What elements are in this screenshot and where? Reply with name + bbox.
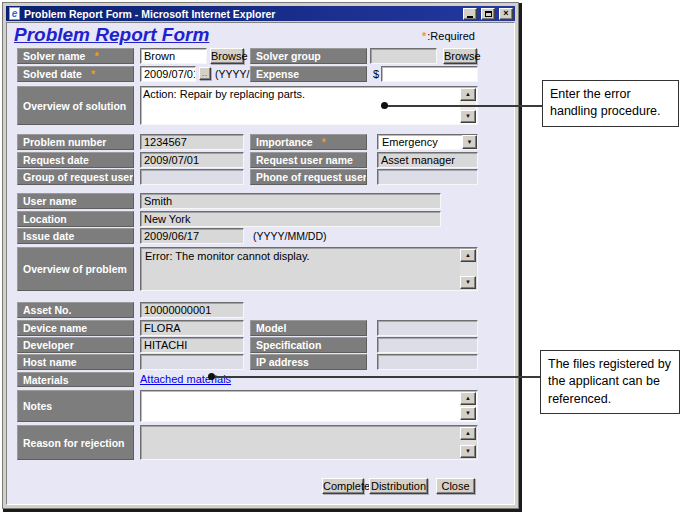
svg-text:e: e [12,8,18,19]
scroll-down-icon[interactable]: ▼ [460,445,476,458]
solver-group-browse-button[interactable]: Browse [443,48,477,64]
row-request-date: Request date 2009/07/01 Request user nam… [7,152,514,168]
window-title: Problem Report Form - Microsoft Internet… [24,8,459,20]
importance-select[interactable]: Emergency ▼ [377,134,478,150]
row-reason-for-rejection: Reason for rejection ▲ ▼ [7,425,514,460]
specification-label: Specification [250,337,367,353]
scrollbar[interactable]: ▲ ▼ [460,427,476,458]
location-label: Location [17,211,134,227]
phone-of-request-user-field [377,169,478,185]
model-label: Model [250,320,367,336]
row-problem-number: Problem number 1234567 Importance* Emerg… [7,134,514,150]
chevron-down-icon[interactable]: ▼ [462,135,477,149]
notes-text[interactable] [143,392,458,419]
expense-input[interactable] [381,66,478,82]
request-user-name-label: Request user name [250,152,367,168]
currency-symbol: $ [373,68,379,80]
row-developer: Developer HITACHI Specification [7,337,514,353]
request-user-name-field: Asset manager [377,152,478,168]
row-group-of-request-user: Group of request user Phone of request u… [7,169,514,185]
solved-date-label: Solved date* [17,66,134,82]
solver-group-field [370,48,437,64]
close-icon: × [503,9,508,18]
minimize-icon [467,16,473,18]
close-button[interactable]: × [499,8,513,20]
page-title: Problem Report Form [14,24,209,46]
ip-address-label: IP address [250,354,367,370]
issue-date-field: 2009/06/17 [140,228,244,244]
required-note: *:Required [422,30,475,42]
scrollbar[interactable]: ▲ ▼ [460,249,476,289]
host-name-label: Host name [17,354,134,370]
problem-number-field: 1234567 [140,134,244,150]
callout-dot [381,102,388,109]
notes-textarea[interactable]: ▲ ▼ [140,390,478,422]
date-picker-icon: .. [202,70,208,77]
materials-label: Materials [17,372,134,387]
row-action-buttons: Complete Distribution Close [7,478,514,495]
overview-problem-label: Overview of problem [17,247,134,291]
maximize-button[interactable] [481,8,495,20]
callout-line [212,376,540,378]
row-overview-problem: Overview of problem Error: The monitor c… [7,247,514,291]
solver-name-input[interactable] [140,48,207,64]
asset-no-label: Asset No. [17,302,134,318]
required-asterisk-icon: * [422,30,426,42]
solver-group-label: Solver group [250,48,367,64]
row-device-name: Device name FLORA Model [7,320,514,336]
issue-date-label: Issue date [17,228,134,244]
scroll-up-icon[interactable]: ▲ [460,249,476,262]
row-solved-date: Solved date* .. (YYYY/MM/DD) Expense $ [7,66,514,82]
scroll-down-icon[interactable]: ▼ [460,110,476,123]
scroll-up-icon[interactable]: ▲ [460,392,476,405]
ip-address-field [377,354,478,370]
notes-label: Notes [17,390,134,422]
phone-of-request-user-label: Phone of request user [250,169,367,185]
location-field: New York [140,211,441,227]
host-name-field [140,354,244,370]
ie-page-icon: e [8,7,21,20]
user-name-field: Smith [140,193,441,209]
solver-name-label: Solver name* [17,48,134,64]
scroll-down-icon[interactable]: ▼ [460,407,476,420]
request-date-label: Request date [17,152,134,168]
overview-problem-textarea: Error: The monitor cannot display. ▲ ▼ [140,247,478,291]
row-host-name: Host name IP address [7,354,514,370]
importance-label: Importance* [250,134,367,150]
browser-window: e Problem Report Form - Microsoft Intern… [2,2,519,509]
reason-for-rejection-textarea: ▲ ▼ [140,425,478,460]
maximize-icon [485,11,492,17]
solver-name-browse-button[interactable]: Browse [210,48,244,64]
row-user-name: User name Smith [7,193,514,209]
developer-field: HITACHI [140,337,244,353]
distribution-button[interactable]: Distribution [369,478,428,494]
date-picker-button[interactable]: .. [199,67,211,80]
specification-field [377,337,478,353]
close-form-button[interactable]: Close [436,478,475,494]
issue-date-format: (YYYY/MM/DD) [253,230,327,242]
overview-solution-label: Overview of solution* [17,86,134,125]
device-name-field: FLORA [140,320,244,336]
device-name-label: Device name [17,320,134,336]
callout-line [385,105,542,107]
group-of-request-user-field [140,169,244,185]
minimize-button[interactable] [463,8,477,20]
solved-date-input[interactable] [140,66,196,82]
row-issue-date: Issue date 2009/06/17 (YYYY/MM/DD) [7,228,514,244]
expense-label: Expense [250,66,367,82]
callout-dot [208,373,215,380]
window-titlebar: e Problem Report Form - Microsoft Intern… [6,6,515,21]
row-materials: Materials Attached materials [7,372,514,387]
scrollbar[interactable]: ▲ ▼ [460,392,476,420]
materials-callout: The files registered by the applicant ca… [540,350,680,414]
scroll-up-icon[interactable]: ▲ [460,88,476,101]
row-notes: Notes ▲ ▼ [7,390,514,422]
attached-materials-link[interactable]: Attached materials [140,373,231,385]
solution-callout: Enter the error handling procedure. [542,80,679,127]
scroll-up-icon[interactable]: ▲ [460,427,476,440]
scroll-down-icon[interactable]: ▼ [460,276,476,289]
complete-button[interactable]: Complete [322,478,364,494]
row-location: Location New York [7,211,514,227]
model-field [377,320,478,336]
group-of-request-user-label: Group of request user [17,169,134,185]
